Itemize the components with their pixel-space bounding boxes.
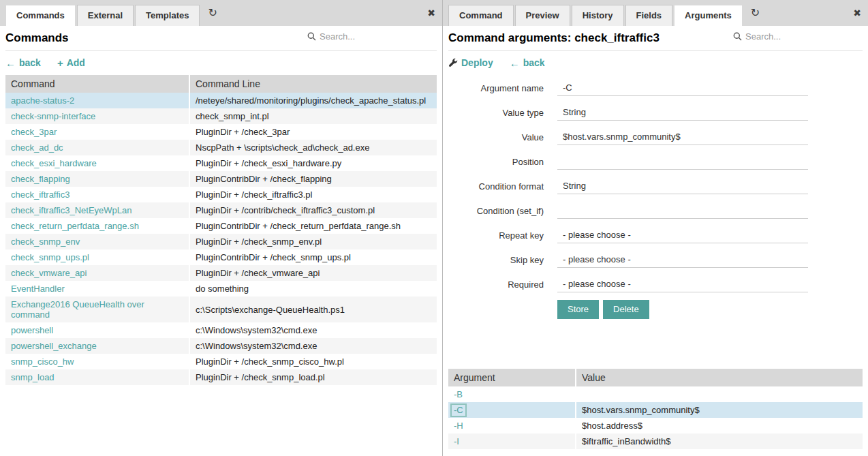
column-header-argument: Argument [448, 369, 576, 386]
table-row[interactable]: check_iftraffic3_NetEyeWpLanPluginDir + … [5, 202, 437, 218]
arguments-table: ArgumentValue -B-C$host.vars.snmp_commun… [448, 369, 863, 449]
close-icon[interactable]: ✖ [427, 8, 435, 18]
refresh-icon[interactable]: ↻ [208, 7, 217, 18]
value-type-select[interactable]: String [557, 104, 808, 121]
table-row[interactable]: check_flappingPluginContribDir + /check_… [5, 171, 437, 187]
table-row[interactable]: apache-status-2/neteye/shared/monitoring… [5, 93, 437, 108]
table-row[interactable]: Exchange2016 QueueHealth over commandc:\… [5, 297, 437, 322]
table-row[interactable]: check_3parPluginDir + /check_3par [5, 124, 437, 140]
command-link[interactable]: snmp_cisco_hw [11, 356, 74, 367]
column-header-value: Value [576, 369, 863, 386]
value-input[interactable]: $host.vars.snmp_community$ [557, 128, 808, 145]
value-cell: $host.address$ [576, 418, 863, 434]
page-title: Commands [5, 31, 69, 45]
table-row[interactable]: check-snmp-interfacecheck_snmp_int.pl [5, 108, 437, 124]
search-input[interactable] [320, 31, 429, 42]
command-link[interactable]: check_iftraffic3_NetEyeWpLan [11, 205, 132, 215]
tab-command[interactable]: Command [448, 5, 514, 26]
refresh-icon[interactable]: ↻ [751, 7, 760, 18]
form-row: Condition formatString [448, 177, 863, 194]
form-row: Position [448, 153, 863, 170]
name-cell: check_ad_dc [5, 140, 189, 155]
command-link[interactable]: check_flapping [11, 174, 70, 184]
table-row[interactable]: check_vmware_apiPluginDir + /check_vmwar… [5, 265, 437, 281]
command-link[interactable]: Exchange2016 QueueHealth over command [11, 299, 144, 320]
condition-set-if-label: Condition (set_if) [448, 202, 544, 219]
title-divider [5, 50, 437, 51]
command-link[interactable]: check_ad_dc [11, 142, 63, 153]
table-row[interactable]: check_esxi_hardwarePluginDir + /check_es… [5, 155, 437, 171]
name-cell: check_return_perfdata_range.sh [5, 218, 189, 234]
command-link[interactable]: powershell [11, 325, 53, 335]
column-header-command: Command [5, 75, 189, 93]
table-row[interactable]: -B [448, 386, 863, 402]
command-link[interactable]: snmp_load [11, 372, 55, 382]
command-link[interactable]: check_snmp_ups.pl [11, 252, 89, 262]
table-row[interactable]: -C$host.vars.snmp_community$ [448, 402, 863, 418]
back-arrow-icon: ← [5, 58, 16, 68]
condition-format-select[interactable]: String [557, 177, 808, 194]
name-cell: powershell [5, 322, 189, 338]
command-link[interactable]: check_3par [11, 127, 57, 137]
name-cell: check_iftraffic3 [5, 187, 189, 202]
back-link[interactable]: ←back [5, 57, 41, 68]
tab-fields[interactable]: Fields [625, 5, 673, 26]
skip-key-select[interactable]: - please choose - [557, 251, 808, 268]
condition-set-if-input[interactable] [557, 202, 808, 219]
right-content: Command arguments: check_iftraffic3 Depl… [443, 26, 868, 455]
argument-link[interactable]: -H [454, 421, 463, 431]
argument-link[interactable]: -I [454, 436, 459, 446]
command-link[interactable]: check_esxi_hardware [11, 158, 97, 168]
search-input[interactable] [745, 31, 854, 42]
table-row[interactable]: EventHandlerdo something [5, 281, 437, 297]
repeat-key-label: Repeat key [448, 226, 544, 243]
back-link[interactable]: ←back [510, 57, 545, 68]
argument-name-input[interactable]: -C [557, 79, 808, 96]
command-link[interactable]: check_return_perfdata_range.sh [11, 221, 139, 231]
required-label: Required [448, 275, 544, 292]
table-row[interactable]: snmp_loadPluginDir + /check_snmp_load.pl [5, 369, 437, 385]
table-row[interactable]: -H$host.address$ [448, 418, 863, 434]
command-link[interactable]: check_vmware_api [11, 268, 87, 278]
table-row[interactable]: check_snmp_ups.plPluginContribDir + /che… [5, 249, 437, 265]
tab-preview[interactable]: Preview [515, 5, 570, 26]
add-link[interactable]: +Add [57, 57, 85, 68]
command-link[interactable]: EventHandler [11, 284, 65, 294]
name-cell: snmp_cisco_hw [5, 354, 189, 369]
value-cell: check_snmp_int.pl [189, 108, 437, 124]
name-cell: Exchange2016 QueueHealth over command [5, 297, 189, 322]
command-link[interactable]: check-snmp-interface [11, 111, 95, 121]
repeat-key-select[interactable]: - please choose - [557, 226, 808, 243]
table-row[interactable]: check_return_perfdata_range.shPluginCont… [5, 218, 437, 234]
deploy-link[interactable]: Deploy [448, 57, 493, 68]
table-row[interactable]: check_snmp_envPluginDir + /check_snmp_en… [5, 234, 437, 249]
command-link[interactable]: check_snmp_env [11, 237, 80, 247]
tab-external[interactable]: External [77, 5, 134, 26]
argument-link[interactable]: -C [450, 404, 467, 417]
close-icon[interactable]: ✖ [853, 8, 861, 18]
command-link[interactable]: apache-status-2 [11, 95, 74, 106]
value-cell: c:\Windows\system32\cmd.exe [189, 322, 437, 338]
position-input[interactable] [557, 153, 808, 170]
right-tabbar: CommandPreviewHistoryFieldsArguments ↻ ✖ [443, 0, 868, 26]
tab-history[interactable]: History [572, 5, 624, 26]
store-button[interactable]: Store [557, 300, 599, 319]
argument-link[interactable]: -B [454, 389, 463, 399]
command-link[interactable]: check_iftraffic3 [11, 189, 69, 200]
name-cell: check_snmp_env [5, 234, 189, 249]
name-cell: EventHandler [5, 281, 189, 297]
table-row[interactable]: check_iftraffic3PluginDir + /check_iftra… [5, 187, 437, 202]
tab-templates[interactable]: Templates [135, 5, 200, 26]
title-divider [448, 50, 863, 51]
left-content: Commands ←back +Add CommandCommand Line … [0, 26, 442, 391]
tab-arguments[interactable]: Arguments [674, 5, 743, 26]
delete-button[interactable]: Delete [603, 300, 649, 319]
table-row[interactable]: -I$iftraffic_inBandwidth$ [448, 434, 863, 449]
table-row[interactable]: powershellc:\Windows\system32\cmd.exe [5, 322, 437, 338]
table-row[interactable]: powershell_exchangec:\Windows\system32\c… [5, 338, 437, 354]
tab-commands[interactable]: Commands [5, 5, 76, 26]
table-row[interactable]: check_ad_dcNscpPath + \scripts\check_ad\… [5, 140, 437, 155]
required-select[interactable]: - please choose - [557, 275, 808, 292]
table-row[interactable]: snmp_cisco_hwPluginDir + /check_snmp_cis… [5, 354, 437, 369]
command-link[interactable]: powershell_exchange [11, 341, 97, 351]
